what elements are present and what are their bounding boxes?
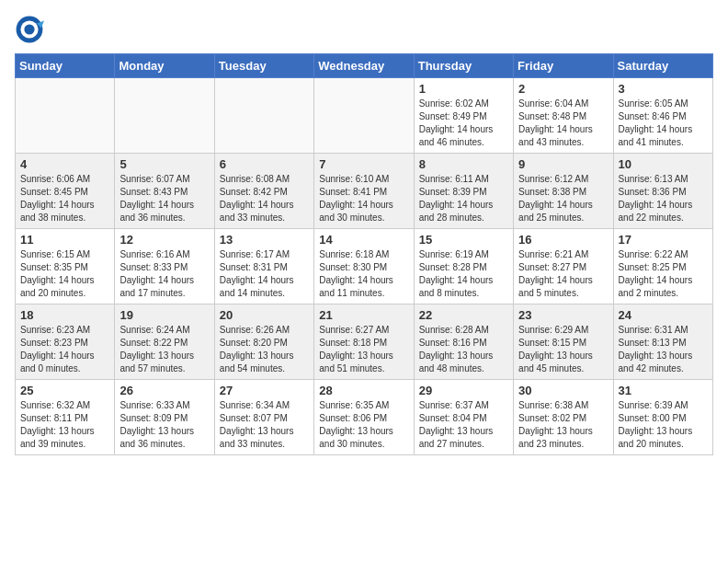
day-number: 10 [619, 157, 708, 171]
day-header-sunday: Sunday [16, 54, 115, 78]
day-number: 15 [419, 233, 508, 247]
day-number: 30 [518, 384, 608, 397]
calendar-cell: 19Sunrise: 6:24 AM Sunset: 8:22 PM Dayli… [115, 304, 214, 380]
calendar-header: SundayMondayTuesdayWednesdayThursdayFrid… [16, 54, 713, 78]
day-number: 29 [419, 384, 508, 397]
day-info: Sunrise: 6:16 AM Sunset: 8:33 PM Dayligh… [119, 248, 209, 300]
calendar-cell: 30Sunrise: 6:38 AM Sunset: 8:02 PM Dayli… [514, 380, 613, 455]
day-number: 17 [619, 233, 708, 247]
day-number: 8 [419, 157, 508, 171]
calendar-body: 1Sunrise: 6:02 AM Sunset: 8:49 PM Daylig… [16, 78, 713, 455]
day-info: Sunrise: 6:22 AM Sunset: 8:25 PM Dayligh… [619, 248, 708, 300]
calendar-cell: 5Sunrise: 6:07 AM Sunset: 8:43 PM Daylig… [115, 154, 214, 229]
day-number: 25 [20, 384, 109, 397]
week-row-2: 4Sunrise: 6:06 AM Sunset: 8:45 PM Daylig… [16, 154, 713, 229]
calendar-cell: 24Sunrise: 6:31 AM Sunset: 8:13 PM Dayli… [613, 304, 712, 380]
day-number: 7 [319, 157, 408, 171]
day-number: 23 [518, 308, 608, 322]
day-info: Sunrise: 6:08 AM Sunset: 8:42 PM Dayligh… [220, 173, 309, 224]
week-row-4: 18Sunrise: 6:23 AM Sunset: 8:23 PM Dayli… [16, 304, 713, 380]
calendar-cell: 11Sunrise: 6:15 AM Sunset: 8:35 PM Dayli… [16, 229, 115, 304]
day-header-wednesday: Wednesday [314, 54, 414, 78]
day-number: 28 [319, 384, 408, 397]
calendar-cell: 17Sunrise: 6:22 AM Sunset: 8:25 PM Dayli… [613, 229, 712, 304]
day-number: 6 [220, 157, 309, 171]
day-info: Sunrise: 6:06 AM Sunset: 8:45 PM Dayligh… [20, 173, 109, 224]
calendar-cell: 31Sunrise: 6:39 AM Sunset: 8:00 PM Dayli… [613, 380, 712, 455]
calendar-cell [115, 78, 214, 154]
calendar-cell: 16Sunrise: 6:21 AM Sunset: 8:27 PM Dayli… [514, 229, 613, 304]
day-number: 22 [419, 308, 508, 322]
calendar-cell: 14Sunrise: 6:18 AM Sunset: 8:30 PM Dayli… [314, 229, 414, 304]
day-number: 13 [220, 233, 309, 247]
day-header-monday: Monday [115, 54, 214, 78]
calendar-cell: 15Sunrise: 6:19 AM Sunset: 8:28 PM Dayli… [414, 229, 513, 304]
calendar-cell: 8Sunrise: 6:11 AM Sunset: 8:39 PM Daylig… [414, 154, 513, 229]
calendar-cell: 13Sunrise: 6:17 AM Sunset: 8:31 PM Dayli… [214, 229, 313, 304]
day-info: Sunrise: 6:10 AM Sunset: 8:41 PM Dayligh… [319, 173, 408, 224]
calendar-cell: 10Sunrise: 6:13 AM Sunset: 8:36 PM Dayli… [613, 154, 712, 229]
header [15, 15, 713, 44]
day-info: Sunrise: 6:24 AM Sunset: 8:22 PM Dayligh… [119, 324, 209, 375]
calendar-cell: 1Sunrise: 6:02 AM Sunset: 8:49 PM Daylig… [414, 78, 513, 154]
week-row-5: 25Sunrise: 6:32 AM Sunset: 8:11 PM Dayli… [16, 380, 713, 455]
day-number: 21 [319, 308, 408, 322]
day-number: 14 [319, 233, 408, 247]
calendar-cell: 22Sunrise: 6:28 AM Sunset: 8:16 PM Dayli… [414, 304, 513, 380]
logo [15, 15, 48, 44]
day-header-friday: Friday [514, 54, 613, 78]
day-number: 3 [619, 82, 708, 96]
day-info: Sunrise: 6:23 AM Sunset: 8:23 PM Dayligh… [20, 324, 109, 375]
day-info: Sunrise: 6:12 AM Sunset: 8:38 PM Dayligh… [518, 173, 608, 224]
day-number: 24 [619, 308, 708, 322]
day-number: 11 [20, 233, 109, 247]
day-header-saturday: Saturday [613, 54, 712, 78]
logo-icon [15, 15, 44, 44]
day-info: Sunrise: 6:34 AM Sunset: 8:07 PM Dayligh… [220, 399, 309, 451]
day-info: Sunrise: 6:37 AM Sunset: 8:04 PM Dayligh… [419, 399, 508, 451]
day-info: Sunrise: 6:21 AM Sunset: 8:27 PM Dayligh… [518, 248, 608, 300]
day-number: 31 [619, 384, 708, 397]
day-number: 1 [419, 82, 508, 96]
day-info: Sunrise: 6:33 AM Sunset: 8:09 PM Dayligh… [119, 399, 209, 451]
calendar-cell: 25Sunrise: 6:32 AM Sunset: 8:11 PM Dayli… [16, 380, 115, 455]
day-info: Sunrise: 6:07 AM Sunset: 8:43 PM Dayligh… [119, 173, 209, 224]
calendar-cell: 29Sunrise: 6:37 AM Sunset: 8:04 PM Dayli… [414, 380, 513, 455]
calendar-cell: 6Sunrise: 6:08 AM Sunset: 8:42 PM Daylig… [214, 154, 313, 229]
svg-point-2 [24, 24, 34, 34]
calendar-cell: 18Sunrise: 6:23 AM Sunset: 8:23 PM Dayli… [16, 304, 115, 380]
calendar-cell [16, 78, 115, 154]
day-info: Sunrise: 6:11 AM Sunset: 8:39 PM Dayligh… [419, 173, 508, 224]
calendar-cell: 27Sunrise: 6:34 AM Sunset: 8:07 PM Dayli… [214, 380, 313, 455]
calendar-cell [214, 78, 313, 154]
day-info: Sunrise: 6:27 AM Sunset: 8:18 PM Dayligh… [319, 324, 408, 375]
day-number: 20 [220, 308, 309, 322]
header-row: SundayMondayTuesdayWednesdayThursdayFrid… [16, 54, 713, 78]
day-number: 4 [20, 157, 109, 171]
day-info: Sunrise: 6:29 AM Sunset: 8:15 PM Dayligh… [518, 324, 608, 375]
day-number: 2 [518, 82, 608, 96]
week-row-1: 1Sunrise: 6:02 AM Sunset: 8:49 PM Daylig… [16, 78, 713, 154]
day-info: Sunrise: 6:31 AM Sunset: 8:13 PM Dayligh… [619, 324, 708, 375]
calendar-cell: 12Sunrise: 6:16 AM Sunset: 8:33 PM Dayli… [115, 229, 214, 304]
day-number: 5 [119, 157, 209, 171]
week-row-3: 11Sunrise: 6:15 AM Sunset: 8:35 PM Dayli… [16, 229, 713, 304]
day-info: Sunrise: 6:02 AM Sunset: 8:49 PM Dayligh… [419, 98, 508, 149]
day-info: Sunrise: 6:18 AM Sunset: 8:30 PM Dayligh… [319, 248, 408, 300]
calendar-cell: 2Sunrise: 6:04 AM Sunset: 8:48 PM Daylig… [514, 78, 613, 154]
calendar-cell: 3Sunrise: 6:05 AM Sunset: 8:46 PM Daylig… [613, 78, 712, 154]
day-number: 26 [119, 384, 209, 397]
day-info: Sunrise: 6:04 AM Sunset: 8:48 PM Dayligh… [518, 98, 608, 149]
day-info: Sunrise: 6:15 AM Sunset: 8:35 PM Dayligh… [20, 248, 109, 300]
day-info: Sunrise: 6:19 AM Sunset: 8:28 PM Dayligh… [419, 248, 508, 300]
day-header-thursday: Thursday [414, 54, 513, 78]
calendar-table: SundayMondayTuesdayWednesdayThursdayFrid… [15, 53, 713, 455]
day-info: Sunrise: 6:13 AM Sunset: 8:36 PM Dayligh… [619, 173, 708, 224]
day-number: 19 [119, 308, 209, 322]
calendar-cell: 4Sunrise: 6:06 AM Sunset: 8:45 PM Daylig… [16, 154, 115, 229]
calendar-cell: 7Sunrise: 6:10 AM Sunset: 8:41 PM Daylig… [314, 154, 414, 229]
calendar-cell: 20Sunrise: 6:26 AM Sunset: 8:20 PM Dayli… [214, 304, 313, 380]
day-info: Sunrise: 6:39 AM Sunset: 8:00 PM Dayligh… [619, 399, 708, 451]
day-info: Sunrise: 6:17 AM Sunset: 8:31 PM Dayligh… [220, 248, 309, 300]
day-info: Sunrise: 6:28 AM Sunset: 8:16 PM Dayligh… [419, 324, 508, 375]
